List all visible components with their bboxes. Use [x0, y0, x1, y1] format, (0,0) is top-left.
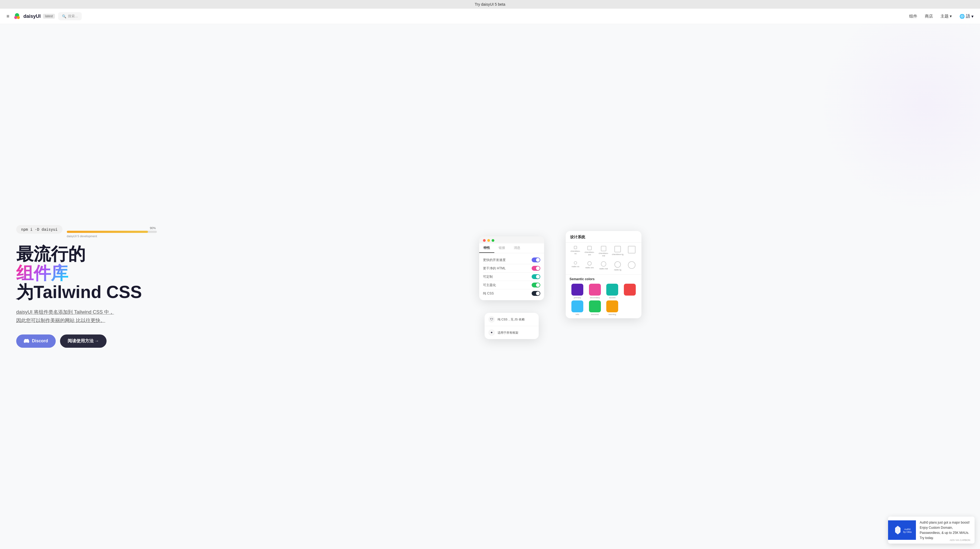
checkbox-grid: checkbox-xs checkbox-sm checkbox-md chec…: [566, 243, 641, 260]
progress-sublabel: daisyUI 5 development: [67, 235, 157, 238]
design-system-card: 设计系统 checkbox-xs checkbox-sm checkbox-md: [566, 231, 641, 318]
discord-label: Discord: [32, 338, 48, 343]
svg-text:A0: A0: [895, 529, 898, 532]
radio-md: [601, 261, 606, 267]
radio-xl: [628, 261, 635, 269]
shield-icon: 🛡: [488, 316, 495, 322]
ad-attribution: ADS VIA CARBON: [948, 538, 972, 543]
navbar-right: 组件 商店 主题 ▾ 🌐 語 ▾: [909, 14, 974, 19]
checkbox-lg: [614, 246, 621, 252]
radio-item-xl: [626, 261, 638, 271]
color-grid: primary secondary accent: [570, 284, 638, 316]
features-card: 特性 链接 消息 更快的开发速度 更干净的 HTML 可定制: [479, 236, 544, 300]
docs-button[interactable]: 阅读使用方法 →: [60, 335, 107, 348]
color-red: [622, 284, 638, 299]
bg-blob: [818, 24, 980, 213]
window-maximize-dot: [492, 239, 494, 242]
search-bar[interactable]: 🔍 搜索...: [58, 12, 82, 20]
checkbox-xs: [574, 246, 577, 249]
toggle-1[interactable]: [531, 257, 540, 262]
toggle-3[interactable]: [531, 274, 540, 279]
svg-point-2: [17, 16, 20, 19]
hero-left: npm i -D daisyui 90% daisyUI 5 developme…: [16, 225, 157, 347]
design-title: 设计系统: [566, 231, 641, 243]
hero-description: daisyUI 将组件类名添加到 Tailwind CSS 中， 因此您可以制作…: [16, 308, 157, 324]
features-list: 更快的开发速度 更干净的 HTML 可定制 可主题化: [479, 253, 544, 300]
ad-logo: A0 Auth0by Okta: [888, 520, 916, 540]
checkbox-sm: [587, 246, 592, 250]
progress-track: [67, 231, 157, 233]
toggle-4[interactable]: [531, 282, 540, 287]
feature-row-5: 纯 CSS: [483, 289, 540, 297]
star-icon: ✦: [488, 329, 495, 336]
nav-themes[interactable]: 主题 ▾: [940, 14, 952, 19]
toggle-2[interactable]: [531, 266, 540, 271]
radio-item-xs: radio-xs: [570, 261, 581, 271]
discord-icon: [24, 338, 29, 344]
brand-logo: [13, 12, 21, 21]
checkbox-md: [601, 246, 606, 251]
chevron-down-icon-lang: ▾: [971, 14, 974, 19]
semantic-colors: Semantic colors primary secondary acc: [566, 274, 641, 318]
tab-features[interactable]: 特性: [479, 243, 494, 253]
checkbox-item-md: checkbox-md: [598, 246, 609, 257]
brand[interactable]: daisyUI latest: [13, 12, 55, 21]
brand-badge: latest: [43, 14, 55, 19]
ad-banner[interactable]: A0 Auth0by Okta Auth0 plans just got a m…: [888, 517, 975, 544]
feature-row-2: 更干净的 HTML: [483, 264, 540, 273]
nav-components[interactable]: 组件: [909, 14, 917, 19]
progress-label: 90%: [67, 227, 157, 230]
search-placeholder: 搜索...: [68, 14, 78, 19]
top-banner[interactable]: Try daisyUI 5 beta: [0, 0, 980, 9]
nav-store[interactable]: 商店: [925, 14, 933, 19]
checkbox-item-xl: [626, 246, 638, 257]
preview-wrapper: 特性 链接 消息 更快的开发速度 更干净的 HTML 可定制: [479, 225, 641, 347]
feature-row-3: 可定制: [483, 273, 540, 281]
hero-heading-line1: 最流行的: [16, 244, 157, 263]
search-icon: 🔍: [62, 14, 66, 18]
feature-all-frameworks: ✦ 适用于所有框架: [485, 326, 539, 339]
toggle-5[interactable]: [531, 291, 540, 296]
radio-item-sm: radio-sm: [584, 261, 595, 271]
radio-sm: [587, 261, 592, 266]
color-secondary: secondary: [587, 284, 603, 299]
hero-heading-line3: 为Tailwind CSS: [16, 282, 157, 301]
banner-text: Try daisyUI 5 beta: [474, 2, 505, 6]
window-minimize-dot: [487, 239, 490, 242]
code-badge[interactable]: npm i -D daisyui: [16, 225, 62, 234]
radio-xs: [574, 261, 577, 265]
checkbox-item-xs: checkbox-xs: [570, 246, 581, 257]
hero-section: npm i -D daisyui 90% daisyUI 5 developme…: [0, 24, 980, 549]
hero-heading-line2: 组件库: [16, 264, 68, 282]
tab-links[interactable]: 链接: [494, 243, 509, 253]
hamburger-icon[interactable]: ≡: [6, 14, 10, 19]
radio-item-lg: radio-lg: [612, 261, 624, 271]
checkbox-xl: [628, 246, 635, 254]
language-label: 語: [966, 14, 970, 19]
color-success: success: [587, 300, 603, 316]
docs-label: 阅读使用方法 →: [68, 338, 99, 344]
nav-themes-label: 主题: [940, 14, 949, 19]
feature-no-js: 🛡 纯 CSS，无 JS 依赖: [485, 313, 539, 326]
brand-name: daisyUI: [24, 14, 41, 19]
ad-text: Auth0 plans just got a major boost! Enjo…: [920, 520, 970, 540]
card-window-controls: [479, 236, 544, 243]
navbar: ≡ daisyUI latest 🔍 搜索... 组件 商店 主题 ▾ 🌐 語 …: [0, 9, 980, 24]
color-warning: warning: [605, 300, 620, 316]
svg-point-1: [14, 16, 17, 19]
tab-messages[interactable]: 消息: [509, 243, 525, 253]
checkbox-item-sm: checkbox-sm: [584, 246, 595, 257]
hero-right: 特性 链接 消息 更快的开发速度 更干净的 HTML 可定制: [157, 225, 964, 347]
ad-logo-label: Auth0by Okta: [903, 528, 912, 533]
feature-row-4: 可主题化: [483, 281, 540, 289]
bottom-feature-card: 🛡 纯 CSS，无 JS 依赖 ✦ 适用于所有框架: [485, 313, 539, 339]
feature-row-1: 更快的开发速度: [483, 256, 540, 264]
discord-button[interactable]: Discord: [16, 335, 56, 348]
radio-grid: radio-xs radio-sm radio-md radio-lg: [566, 260, 641, 274]
checkbox-item-lg: checkbox-lg: [612, 246, 624, 257]
card-tabs: 特性 链接 消息: [479, 243, 544, 253]
radio-item-md: radio-md: [598, 261, 609, 271]
progress-fill: [67, 231, 148, 233]
color-info: info: [570, 300, 585, 316]
nav-language[interactable]: 🌐 語 ▾: [959, 14, 974, 19]
